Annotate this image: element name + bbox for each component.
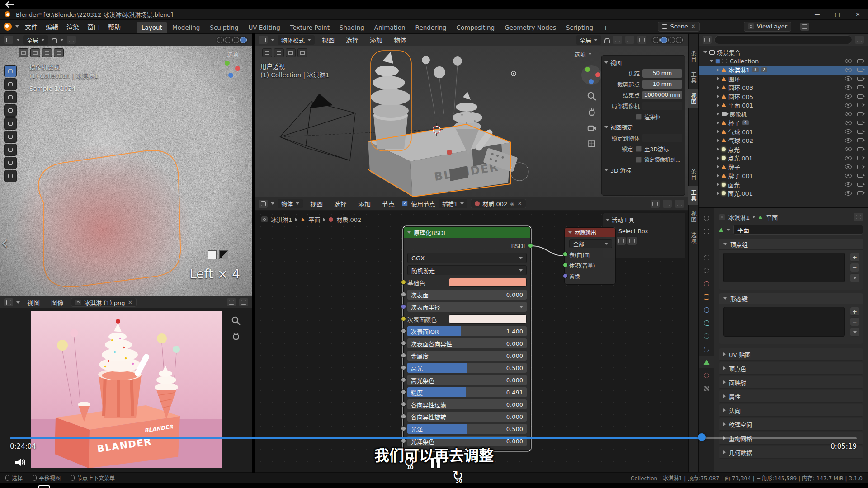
input-socket[interactable] bbox=[401, 389, 406, 394]
shader-sidebar-tab-item[interactable]: 条目 bbox=[688, 164, 699, 184]
shader-menu-add[interactable]: 添加 bbox=[354, 197, 375, 211]
panel-uv-maps[interactable]: UV 贴图 bbox=[719, 348, 863, 361]
active-tool-header[interactable]: 活动工具 bbox=[606, 215, 683, 225]
shape-keys-header[interactable]: 形态键 bbox=[719, 293, 863, 304]
properties-tab-object-data[interactable] bbox=[699, 356, 714, 368]
zoom-icon[interactable] bbox=[231, 316, 241, 326]
panel-texture-space[interactable]: 纹理空间 bbox=[719, 418, 863, 431]
tab-texture-paint[interactable]: Texture Paint bbox=[285, 22, 335, 33]
axis-gizmo[interactable] bbox=[221, 59, 241, 79]
overlays-icon[interactable] bbox=[675, 200, 684, 208]
select-tool-button[interactable] bbox=[4, 65, 17, 77]
transform-orientation-dropdown[interactable]: 全局 bbox=[23, 35, 48, 45]
rendered-shading-icon[interactable] bbox=[240, 37, 247, 43]
outliner-row[interactable]: 杯子4 bbox=[699, 118, 868, 127]
menu-edit[interactable]: 编辑 bbox=[42, 20, 62, 33]
use-nodes-checkbox[interactable] bbox=[402, 201, 408, 206]
shader-menu-node[interactable]: 节点 bbox=[378, 197, 399, 211]
properties-tab-texture[interactable] bbox=[699, 382, 714, 394]
subsurface-method-dropdown[interactable]: 随机游走 bbox=[407, 265, 527, 275]
tool-option-icon[interactable] bbox=[617, 237, 626, 245]
shape-keys-list[interactable] bbox=[723, 307, 845, 337]
render-visibility-icon[interactable] bbox=[857, 59, 863, 63]
viewport-options-dropdown[interactable]: 选项 bbox=[227, 50, 245, 58]
volume-socket[interactable] bbox=[563, 263, 568, 267]
wireframe-shading-icon[interactable] bbox=[217, 37, 224, 43]
scene-collection-row[interactable]: 场景集合 bbox=[699, 48, 868, 57]
render-visibility-icon[interactable] bbox=[857, 85, 863, 89]
specials-menu-button[interactable] bbox=[850, 273, 859, 282]
image-unlink-icon[interactable]: ✕ bbox=[127, 299, 132, 306]
render-visibility-icon[interactable] bbox=[857, 103, 863, 107]
image-options-icon[interactable] bbox=[239, 298, 248, 306]
input-socket[interactable] bbox=[401, 377, 406, 382]
properties-tab-tool[interactable] bbox=[699, 212, 714, 224]
anisotropic-slider[interactable]: 各向异性过滤0.000 bbox=[407, 399, 527, 409]
outliner-row-light[interactable]: 面光 bbox=[699, 180, 868, 189]
remove-button[interactable]: − bbox=[850, 317, 859, 326]
tab-layout[interactable]: Layout bbox=[137, 22, 167, 33]
editor-type-icon[interactable] bbox=[4, 36, 13, 44]
local-camera-field[interactable] bbox=[642, 102, 682, 110]
transform-tool-button[interactable] bbox=[4, 131, 17, 143]
render-visibility-icon[interactable] bbox=[857, 183, 863, 187]
tab-compositing[interactable]: Compositing bbox=[452, 22, 500, 33]
hide-eye-icon[interactable] bbox=[845, 164, 852, 169]
maximize-button[interactable]: ▢ bbox=[827, 9, 848, 20]
tweak-mode-icon[interactable] bbox=[262, 48, 272, 57]
editor-type-icon[interactable] bbox=[259, 200, 268, 208]
shader-type-dropdown[interactable]: 物体 bbox=[278, 199, 303, 208]
tab-animation[interactable]: Animation bbox=[369, 22, 410, 33]
render-slot-a[interactable] bbox=[208, 250, 217, 259]
properties-tab-physics[interactable] bbox=[699, 330, 714, 342]
cursor-tool-button[interactable] bbox=[4, 78, 17, 90]
input-socket[interactable] bbox=[401, 292, 406, 297]
subsurface-radius-dropdown[interactable]: 次表面半径 bbox=[407, 302, 527, 312]
outliner-row[interactable]: 气球.002 bbox=[699, 136, 868, 145]
properties-tab-constraints[interactable] bbox=[699, 343, 714, 355]
add-button[interactable]: + bbox=[850, 307, 859, 316]
vertex-groups-list[interactable] bbox=[723, 253, 845, 282]
measure-tool-button[interactable] bbox=[4, 157, 17, 169]
proportional-edit-icon[interactable] bbox=[67, 36, 76, 44]
hide-eye-icon[interactable] bbox=[845, 103, 852, 108]
subsurface-color-swatch[interactable] bbox=[449, 314, 527, 324]
clip-end-field[interactable]: 1000000 mm bbox=[642, 91, 682, 99]
camera-view-icon[interactable] bbox=[227, 127, 237, 136]
editor-type-icon[interactable] bbox=[259, 36, 268, 44]
hide-eye-icon[interactable] bbox=[845, 85, 852, 90]
distribution-dropdown[interactable]: GGX bbox=[407, 253, 527, 263]
solid-shading-icon[interactable] bbox=[660, 37, 667, 43]
tab-sculpting[interactable]: Sculpting bbox=[205, 22, 243, 33]
render-slot-b[interactable] bbox=[219, 250, 228, 259]
tweak-mode-icon[interactable] bbox=[19, 48, 28, 57]
panel-normals[interactable]: 法向 bbox=[719, 404, 863, 417]
render-visibility-icon[interactable] bbox=[857, 147, 863, 151]
hide-eye-icon[interactable] bbox=[845, 182, 852, 187]
cursor-3d-header[interactable]: 3D 游标 bbox=[604, 165, 682, 175]
image-datablock[interactable]: 冰淇淋 (1).png ✕ bbox=[71, 298, 137, 307]
input-socket[interactable] bbox=[401, 304, 406, 309]
player-back-button[interactable] bbox=[5, 1, 14, 9]
view-menu[interactable]: 视图 bbox=[318, 34, 339, 46]
menu-help[interactable]: 帮助 bbox=[104, 20, 125, 33]
transform-orientation-dropdown[interactable]: 全局 bbox=[576, 35, 601, 45]
viewlayer-selector[interactable]: ViewLayer bbox=[744, 22, 791, 32]
hide-eye-icon[interactable] bbox=[845, 191, 852, 196]
select-circle-icon[interactable] bbox=[42, 48, 52, 57]
render-visibility-icon[interactable] bbox=[857, 77, 863, 81]
subsurface-aniso-slider[interactable]: 次表面各向异性0.000 bbox=[407, 338, 527, 348]
forward-30-button[interactable]: ↻30 bbox=[452, 469, 868, 483]
material-shield-icon[interactable]: ◈ bbox=[510, 200, 514, 207]
specular-tint-slider[interactable]: 高光染色0.000 bbox=[407, 375, 527, 385]
volume-icon[interactable] bbox=[14, 457, 26, 467]
outliner-row[interactable]: 平面.001 bbox=[699, 101, 868, 110]
camera-view-icon[interactable] bbox=[587, 123, 597, 133]
material-shading-icon[interactable] bbox=[232, 37, 239, 43]
mode-dropdown[interactable]: 物体模式 bbox=[278, 35, 315, 45]
player-progress-track[interactable] bbox=[10, 437, 857, 439]
metallic-slider[interactable]: 金属度0.000 bbox=[407, 351, 527, 361]
panel-attributes[interactable]: 属性 bbox=[719, 390, 863, 403]
render-visibility-icon[interactable] bbox=[857, 174, 863, 178]
panel-vertex-colors[interactable]: 顶点色 bbox=[719, 362, 863, 375]
